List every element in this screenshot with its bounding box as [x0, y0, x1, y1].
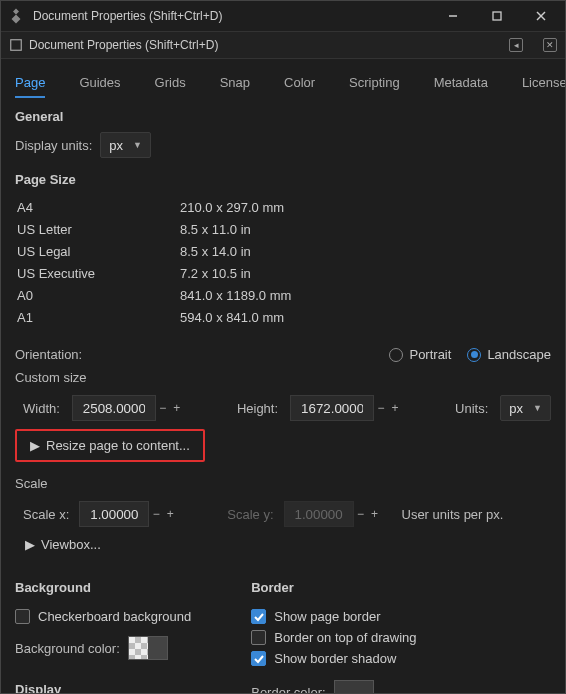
viewbox-expand-button[interactable]: ▶ Viewbox... [15, 533, 111, 556]
checkerboard-label: Checkerboard background [38, 609, 191, 624]
pagesize-row[interactable]: A1594.0 x 841.0 mm [15, 306, 551, 328]
custom-units-value: px [509, 401, 523, 416]
checkbox-icon [251, 609, 266, 624]
width-increment[interactable]: + [170, 395, 184, 421]
dialog-icon [9, 38, 23, 52]
width-input[interactable] [72, 395, 156, 421]
window-title: Document Properties (Shift+Ctrl+D) [33, 9, 431, 23]
chevron-right-icon: ▶ [25, 537, 35, 552]
bgcolor-label: Background color: [15, 641, 120, 656]
close-button[interactable] [519, 2, 563, 30]
tab-label: Color [284, 75, 315, 90]
pagesize-row[interactable]: A0841.0 x 1189.0 mm [15, 284, 551, 306]
custom-units-select[interactable]: px ▼ [500, 395, 551, 421]
scale-x-increment[interactable]: + [163, 501, 177, 527]
checkerboard-checkbox[interactable]: Checkerboard background [15, 609, 191, 624]
custom-size-heading: Custom size [15, 370, 551, 385]
pagesize-row[interactable]: US Letter8.5 x 11.0 in [15, 218, 551, 240]
dock-menu-button[interactable]: ◂ [509, 38, 523, 52]
minimize-button[interactable] [431, 2, 475, 30]
scale-x-input[interactable] [79, 501, 149, 527]
display-units-label: Display units: [15, 138, 92, 153]
general-heading: General [15, 109, 551, 124]
tab-scripting[interactable]: Scripting [349, 69, 400, 96]
show-shadow-label: Show border shadow [274, 651, 396, 666]
pagesize-row[interactable]: US Legal8.5 x 14.0 in [15, 240, 551, 262]
chevron-right-icon: ▶ [30, 438, 40, 453]
titlebar: Document Properties (Shift+Ctrl+D) [1, 1, 565, 31]
checkbox-icon [251, 630, 266, 645]
show-border-checkbox[interactable]: Show page border [251, 609, 416, 624]
bgcolor-swatch[interactable] [128, 636, 168, 660]
tab-label: Grids [155, 75, 186, 90]
height-increment[interactable]: + [388, 395, 402, 421]
orientation-portrait[interactable]: Portrait [389, 347, 451, 362]
display-units-value: px [109, 138, 123, 153]
custom-units-label: Units: [455, 401, 488, 416]
orientation-label: Orientation: [15, 347, 82, 362]
width-label: Width: [23, 401, 60, 416]
radio-icon [389, 348, 403, 362]
scale-x-label: Scale x: [23, 507, 69, 522]
tab-label: Guides [79, 75, 120, 90]
tab-label: Snap [220, 75, 250, 90]
pagesize-row[interactable]: A2420.0 x 594.0 mm [15, 328, 551, 335]
show-shadow-checkbox[interactable]: Show border shadow [251, 651, 416, 666]
app-icon [7, 7, 25, 25]
show-border-label: Show page border [274, 609, 380, 624]
dialog-title: Document Properties (Shift+Ctrl+D) [29, 38, 509, 52]
scale-y-decrement: − [354, 501, 368, 527]
tab-snap[interactable]: Snap [220, 69, 250, 96]
pagesize-row[interactable]: US Executive7.2 x 10.5 in [15, 262, 551, 284]
tab-license[interactable]: License [522, 69, 565, 96]
display-units-select[interactable]: px ▼ [100, 132, 151, 158]
svg-rect-1 [493, 12, 501, 20]
pagesize-list[interactable]: A4210.0 x 297.0 mm US Letter8.5 x 11.0 i… [15, 195, 551, 335]
scale-y-input [284, 501, 354, 527]
height-decrement[interactable]: − [374, 395, 388, 421]
checkbox-icon [251, 651, 266, 666]
tab-color[interactable]: Color [284, 69, 315, 96]
orientation-landscape-label: Landscape [487, 347, 551, 362]
scale-y-label: Scale y: [227, 507, 273, 522]
width-decrement[interactable]: − [156, 395, 170, 421]
pagesize-heading: Page Size [15, 172, 551, 187]
orientation-landscape[interactable]: Landscape [467, 347, 551, 362]
scale-y-increment: + [368, 501, 382, 527]
scale-units-note: User units per px. [402, 507, 504, 522]
maximize-button[interactable] [475, 2, 519, 30]
tab-guides[interactable]: Guides [79, 69, 120, 96]
tab-strip: Page Guides Grids Snap Color Scripting M… [15, 69, 551, 103]
height-label: Height: [237, 401, 278, 416]
resize-page-to-content-button[interactable]: ▶ Resize page to content... [19, 433, 201, 458]
orientation-group: Portrait Landscape [389, 347, 551, 362]
border-color-label: Border color: [251, 685, 325, 694]
border-heading: Border [251, 580, 416, 595]
viewbox-label: Viewbox... [41, 537, 101, 552]
resize-page-to-content-label: Resize page to content... [46, 438, 190, 453]
radio-icon [467, 348, 481, 362]
chevron-down-icon: ▼ [133, 140, 142, 150]
display-heading: Display [15, 682, 191, 693]
background-heading: Background [15, 580, 191, 595]
tab-label: Metadata [434, 75, 488, 90]
scale-heading: Scale [15, 476, 551, 491]
svg-rect-4 [11, 40, 22, 51]
border-on-top-label: Border on top of drawing [274, 630, 416, 645]
tab-page[interactable]: Page [15, 69, 45, 98]
tab-grids[interactable]: Grids [155, 69, 186, 96]
height-input[interactable] [290, 395, 374, 421]
dock-close-button[interactable]: ✕ [543, 38, 557, 52]
border-on-top-checkbox[interactable]: Border on top of drawing [251, 630, 416, 645]
chevron-down-icon: ▼ [533, 403, 542, 413]
pagesize-row[interactable]: A4210.0 x 297.0 mm [15, 196, 551, 218]
border-color-swatch[interactable] [334, 680, 374, 693]
tab-metadata[interactable]: Metadata [434, 69, 488, 96]
tab-label: Page [15, 75, 45, 90]
orientation-portrait-label: Portrait [409, 347, 451, 362]
tab-label: License [522, 75, 565, 90]
tab-label: Scripting [349, 75, 400, 90]
resize-highlight: ▶ Resize page to content... [15, 429, 205, 462]
scale-x-decrement[interactable]: − [149, 501, 163, 527]
checkbox-icon [15, 609, 30, 624]
